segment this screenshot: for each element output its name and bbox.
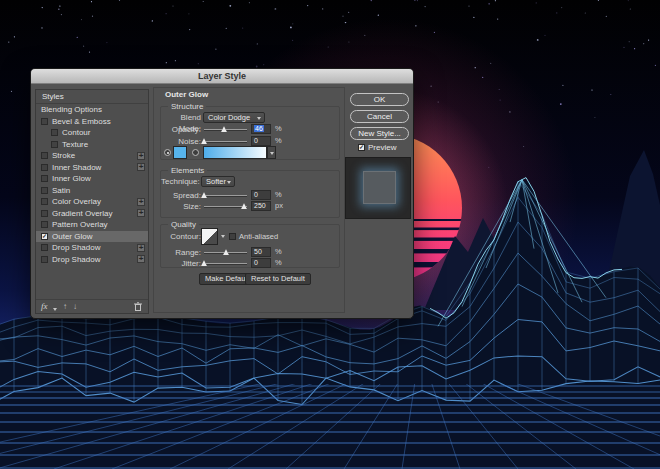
- sidebar-item-label: Inner Glow: [52, 173, 91, 185]
- dialog-titlebar[interactable]: Layer Style: [31, 69, 413, 84]
- sidebar-item-texture[interactable]: Texture: [36, 139, 148, 151]
- ok-button[interactable]: OK: [350, 93, 409, 106]
- sidebar-item-bevel-emboss[interactable]: Bevel & Emboss: [36, 116, 148, 128]
- elements-group-title: Elements: [168, 166, 207, 175]
- styles-panel: Styles Blending OptionsBevel & EmbossCon…: [35, 89, 149, 314]
- opacity-label: Opacity:: [161, 124, 201, 135]
- size-unit: px: [275, 201, 283, 211]
- range-input[interactable]: 50: [251, 247, 271, 257]
- sidebar-item-label: Pattern Overlay: [52, 219, 108, 231]
- size-value: 250: [254, 202, 266, 209]
- slider-thumb[interactable]: [221, 126, 227, 132]
- add-effect-icon[interactable]: +: [137, 152, 145, 160]
- reset-to-default-button[interactable]: Reset to Default: [245, 273, 311, 285]
- jitter-slider[interactable]: [204, 260, 247, 267]
- jitter-input[interactable]: 0: [251, 258, 271, 268]
- style-enable-checkbox[interactable]: [41, 164, 48, 171]
- new-style-button[interactable]: New Style...: [350, 127, 409, 140]
- quality-group: Quality Contour: Anti-aliased Range: 50 …: [160, 224, 340, 268]
- slider-thumb[interactable]: [223, 249, 229, 255]
- glow-color-swatch[interactable]: [173, 146, 187, 159]
- sidebar-item-inner-shadow[interactable]: Inner Shadow+: [36, 162, 148, 174]
- size-input[interactable]: 250: [251, 201, 271, 211]
- sidebar-item-outer-glow[interactable]: ✓Outer Glow: [36, 231, 148, 243]
- style-enable-checkbox[interactable]: [51, 141, 58, 148]
- style-enable-checkbox[interactable]: [41, 187, 48, 194]
- preview-toggle: ✓ Preview: [358, 143, 396, 152]
- slider-thumb[interactable]: [201, 260, 207, 266]
- slider-thumb[interactable]: [241, 203, 247, 209]
- sidebar-item-color-overlay[interactable]: Color Overlay+: [36, 196, 148, 208]
- add-effect-icon[interactable]: +: [137, 163, 145, 171]
- styles-footer: fx ↑ ↓: [36, 299, 148, 313]
- style-enable-checkbox[interactable]: [51, 129, 58, 136]
- noise-slider[interactable]: [204, 138, 247, 145]
- noise-input[interactable]: 0: [251, 136, 271, 146]
- style-enable-checkbox[interactable]: [41, 221, 48, 228]
- spread-label: Spread:: [161, 190, 201, 201]
- spread-input[interactable]: 0: [251, 190, 271, 200]
- contour-thumbnail[interactable]: [201, 228, 218, 245]
- size-slider[interactable]: [204, 203, 247, 210]
- style-enable-checkbox[interactable]: [41, 118, 48, 125]
- spread-unit: %: [275, 190, 282, 200]
- opacity-slider[interactable]: [204, 126, 247, 133]
- sidebar-item-label: Color Overlay: [52, 196, 101, 208]
- sidebar-item-satin[interactable]: Satin: [36, 185, 148, 197]
- add-effect-icon[interactable]: +: [137, 255, 145, 263]
- sidebar-item-contour[interactable]: Contour: [36, 127, 148, 139]
- sidebar-item-blending-options[interactable]: Blending Options: [36, 104, 148, 116]
- style-enable-checkbox[interactable]: [41, 175, 48, 182]
- technique-select[interactable]: Softer: [201, 176, 235, 187]
- noise-value: 0: [254, 137, 258, 144]
- anti-aliased-label: Anti-aliased: [239, 232, 278, 241]
- main-settings-panel: Outer Glow Structure Blend Mode: Color D…: [153, 87, 345, 313]
- cancel-button[interactable]: Cancel: [350, 110, 409, 123]
- style-preview-thumbnail: [345, 157, 411, 219]
- add-effect-icon[interactable]: +: [137, 244, 145, 252]
- preview-label: Preview: [368, 143, 396, 152]
- noise-unit: %: [275, 136, 282, 146]
- opacity-unit: %: [275, 124, 282, 134]
- delete-effect-icon[interactable]: [134, 302, 142, 311]
- fx-caret-icon[interactable]: [53, 308, 57, 311]
- layer-style-dialog: Layer Style Styles Blending OptionsBevel…: [30, 68, 414, 319]
- add-effect-icon[interactable]: +: [137, 198, 145, 206]
- style-enable-checkbox[interactable]: [41, 152, 48, 159]
- structure-group-title: Structure: [168, 102, 206, 111]
- range-slider[interactable]: [204, 249, 247, 256]
- style-enable-checkbox[interactable]: ✓: [41, 233, 48, 240]
- opacity-input[interactable]: 46: [251, 124, 271, 134]
- style-enable-checkbox[interactable]: [41, 210, 48, 217]
- sidebar-item-label: Drop Shadow: [52, 254, 100, 266]
- sidebar-item-stroke[interactable]: Stroke+: [36, 150, 148, 162]
- slider-thumb[interactable]: [201, 192, 207, 198]
- sidebar-item-styles[interactable]: Styles: [36, 90, 148, 104]
- spread-slider[interactable]: [204, 192, 247, 199]
- style-enable-checkbox[interactable]: [41, 198, 48, 205]
- sidebar-item-drop-shadow[interactable]: Drop Shadow+: [36, 254, 148, 266]
- chevron-down-icon[interactable]: [221, 235, 225, 238]
- anti-aliased-checkbox[interactable]: [229, 233, 236, 240]
- chevron-down-icon: [257, 117, 261, 120]
- glow-gradient-radio[interactable]: [192, 149, 199, 156]
- sidebar-item-drop-shadow[interactable]: Drop Shadow+: [36, 242, 148, 254]
- glow-gradient-bar[interactable]: [203, 146, 267, 159]
- sidebar-item-gradient-overlay[interactable]: Gradient Overlay+: [36, 208, 148, 220]
- sidebar-item-pattern-overlay[interactable]: Pattern Overlay: [36, 219, 148, 231]
- slider-thumb[interactable]: [201, 138, 207, 144]
- chevron-down-icon: [270, 152, 274, 155]
- gradient-picker-dropdown[interactable]: [267, 146, 276, 159]
- add-effect-icon[interactable]: +: [137, 209, 145, 217]
- size-label: Size:: [161, 201, 201, 212]
- style-enable-checkbox[interactable]: [41, 256, 48, 263]
- preview-checkbox[interactable]: ✓: [358, 144, 365, 151]
- move-effect-down-icon[interactable]: ↓: [73, 302, 77, 312]
- fx-icon[interactable]: fx: [41, 302, 48, 311]
- style-enable-checkbox[interactable]: [41, 244, 48, 251]
- range-value: 50: [254, 248, 262, 255]
- move-effect-up-icon[interactable]: ↑: [63, 302, 67, 312]
- sidebar-item-inner-glow[interactable]: Inner Glow: [36, 173, 148, 185]
- glow-color-radio[interactable]: [164, 149, 171, 156]
- blend-mode-select[interactable]: Color Dodge: [203, 112, 265, 123]
